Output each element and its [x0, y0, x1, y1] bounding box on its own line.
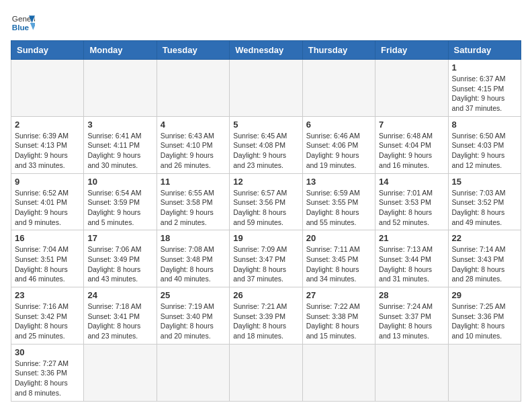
- day-info: Sunrise: 6:54 AM Sunset: 3:59 PM Dayligh…: [87, 188, 152, 228]
- weekday-header-friday: Friday: [375, 41, 448, 60]
- calendar-day-cell: 7Sunrise: 6:48 AM Sunset: 4:04 PM Daylig…: [375, 116, 448, 173]
- calendar-day-cell: 6Sunrise: 6:46 AM Sunset: 4:06 PM Daylig…: [302, 116, 375, 173]
- day-number: 18: [161, 233, 226, 243]
- logo-icon: General Blue: [11, 11, 35, 35]
- calendar-day-cell: 9Sunrise: 6:52 AM Sunset: 4:01 PM Daylig…: [11, 173, 84, 230]
- day-info: Sunrise: 6:37 AM Sunset: 4:15 PM Dayligh…: [452, 74, 517, 113]
- calendar-day-cell: [302, 344, 375, 401]
- day-info: Sunrise: 7:25 AM Sunset: 3:36 PM Dayligh…: [452, 302, 517, 341]
- calendar-day-cell: 18Sunrise: 7:08 AM Sunset: 3:48 PM Dayli…: [157, 230, 229, 287]
- day-info: Sunrise: 7:01 AM Sunset: 3:53 PM Dayligh…: [379, 188, 444, 228]
- calendar-week-row: 2Sunrise: 6:39 AM Sunset: 4:13 PM Daylig…: [11, 116, 521, 173]
- day-number: 16: [15, 233, 80, 243]
- day-number: 19: [233, 233, 298, 243]
- day-number: 2: [15, 120, 80, 130]
- day-number: 14: [379, 177, 444, 187]
- calendar-day-cell: 4Sunrise: 6:43 AM Sunset: 4:10 PM Daylig…: [157, 116, 229, 173]
- day-number: 1: [452, 62, 517, 73]
- day-number: 13: [306, 177, 371, 187]
- calendar-day-cell: 21Sunrise: 7:13 AM Sunset: 3:44 PM Dayli…: [375, 230, 448, 287]
- calendar-day-cell: 5Sunrise: 6:45 AM Sunset: 4:08 PM Daylig…: [230, 116, 302, 173]
- calendar-day-cell: 1Sunrise: 6:37 AM Sunset: 4:15 PM Daylig…: [448, 60, 521, 117]
- day-info: Sunrise: 6:41 AM Sunset: 4:11 PM Dayligh…: [87, 131, 152, 171]
- day-number: 21: [379, 233, 444, 243]
- day-number: 8: [452, 120, 517, 130]
- day-info: Sunrise: 7:14 AM Sunset: 3:43 PM Dayligh…: [452, 244, 517, 284]
- day-info: Sunrise: 7:27 AM Sunset: 3:36 PM Dayligh…: [15, 359, 80, 398]
- calendar-day-cell: 19Sunrise: 7:09 AM Sunset: 3:47 PM Dayli…: [230, 230, 302, 287]
- calendar-day-cell: 2Sunrise: 6:39 AM Sunset: 4:13 PM Daylig…: [11, 116, 84, 173]
- day-info: Sunrise: 7:04 AM Sunset: 3:51 PM Dayligh…: [15, 244, 80, 284]
- calendar-day-cell: 27Sunrise: 7:22 AM Sunset: 3:38 PM Dayli…: [302, 287, 375, 345]
- day-number: 28: [379, 290, 444, 300]
- day-info: Sunrise: 7:24 AM Sunset: 3:37 PM Dayligh…: [379, 302, 444, 341]
- day-info: Sunrise: 6:46 AM Sunset: 4:06 PM Dayligh…: [306, 131, 371, 171]
- calendar-week-row: 9Sunrise: 6:52 AM Sunset: 4:01 PM Daylig…: [11, 173, 521, 230]
- calendar-day-cell: [157, 60, 229, 117]
- day-info: Sunrise: 6:52 AM Sunset: 4:01 PM Dayligh…: [15, 188, 80, 228]
- day-number: 6: [306, 120, 371, 130]
- logo: General Blue: [11, 11, 35, 35]
- day-info: Sunrise: 7:19 AM Sunset: 3:40 PM Dayligh…: [161, 302, 226, 341]
- calendar-day-cell: 8Sunrise: 6:50 AM Sunset: 4:03 PM Daylig…: [448, 116, 521, 173]
- day-number: 15: [452, 177, 517, 187]
- day-info: Sunrise: 6:45 AM Sunset: 4:08 PM Dayligh…: [233, 131, 298, 171]
- calendar-day-cell: 26Sunrise: 7:21 AM Sunset: 3:39 PM Dayli…: [230, 287, 302, 345]
- day-number: 4: [161, 120, 226, 130]
- weekday-header-saturday: Saturday: [448, 41, 521, 60]
- day-number: 23: [15, 290, 80, 300]
- day-info: Sunrise: 7:18 AM Sunset: 3:41 PM Dayligh…: [87, 302, 152, 341]
- calendar-day-cell: 15Sunrise: 7:03 AM Sunset: 3:52 PM Dayli…: [448, 173, 521, 230]
- weekday-header-monday: Monday: [84, 41, 157, 60]
- day-info: Sunrise: 6:57 AM Sunset: 3:56 PM Dayligh…: [233, 188, 298, 228]
- day-info: Sunrise: 7:06 AM Sunset: 3:49 PM Dayligh…: [87, 244, 152, 284]
- calendar-day-cell: [230, 344, 302, 401]
- svg-marker-3: [30, 23, 35, 30]
- calendar-day-cell: 13Sunrise: 6:59 AM Sunset: 3:55 PM Dayli…: [302, 173, 375, 230]
- calendar-day-cell: 20Sunrise: 7:11 AM Sunset: 3:45 PM Dayli…: [302, 230, 375, 287]
- day-info: Sunrise: 6:39 AM Sunset: 4:13 PM Dayligh…: [15, 131, 80, 171]
- day-number: 29: [452, 290, 517, 300]
- day-number: 12: [233, 177, 298, 187]
- weekday-header-row: SundayMondayTuesdayWednesdayThursdayFrid…: [11, 41, 521, 60]
- day-number: 9: [15, 177, 80, 187]
- day-number: 25: [161, 290, 226, 300]
- weekday-header-sunday: Sunday: [11, 41, 84, 60]
- calendar-day-cell: [448, 344, 521, 401]
- calendar-day-cell: 28Sunrise: 7:24 AM Sunset: 3:37 PM Dayli…: [375, 287, 448, 345]
- calendar-day-cell: 14Sunrise: 7:01 AM Sunset: 3:53 PM Dayli…: [375, 173, 448, 230]
- calendar-day-cell: 11Sunrise: 6:55 AM Sunset: 3:58 PM Dayli…: [157, 173, 229, 230]
- calendar-week-row: 23Sunrise: 7:16 AM Sunset: 3:42 PM Dayli…: [11, 287, 521, 345]
- day-info: Sunrise: 7:09 AM Sunset: 3:47 PM Dayligh…: [233, 244, 298, 284]
- day-number: 3: [87, 120, 152, 130]
- calendar-day-cell: [375, 60, 448, 117]
- day-number: 5: [233, 120, 298, 130]
- day-info: Sunrise: 7:08 AM Sunset: 3:48 PM Dayligh…: [161, 244, 226, 284]
- day-info: Sunrise: 7:16 AM Sunset: 3:42 PM Dayligh…: [15, 302, 80, 341]
- calendar-day-cell: [375, 344, 448, 401]
- calendar-day-cell: 3Sunrise: 6:41 AM Sunset: 4:11 PM Daylig…: [84, 116, 157, 173]
- day-info: Sunrise: 7:03 AM Sunset: 3:52 PM Dayligh…: [452, 188, 517, 228]
- calendar-table: SundayMondayTuesdayWednesdayThursdayFrid…: [11, 40, 521, 402]
- day-number: 10: [87, 177, 152, 187]
- day-number: 17: [87, 233, 152, 243]
- calendar-day-cell: [302, 60, 375, 117]
- calendar-day-cell: 30Sunrise: 7:27 AM Sunset: 3:36 PM Dayli…: [11, 344, 84, 401]
- page-header: General Blue: [11, 11, 521, 35]
- day-number: 22: [452, 233, 517, 243]
- day-number: 27: [306, 290, 371, 300]
- calendar-day-cell: 16Sunrise: 7:04 AM Sunset: 3:51 PM Dayli…: [11, 230, 84, 287]
- day-info: Sunrise: 7:13 AM Sunset: 3:44 PM Dayligh…: [379, 244, 444, 284]
- weekday-header-tuesday: Tuesday: [157, 41, 229, 60]
- calendar-day-cell: [157, 344, 229, 401]
- day-number: 20: [306, 233, 371, 243]
- calendar-day-cell: 23Sunrise: 7:16 AM Sunset: 3:42 PM Dayli…: [11, 287, 84, 345]
- day-number: 7: [379, 120, 444, 130]
- calendar-week-row: 16Sunrise: 7:04 AM Sunset: 3:51 PM Dayli…: [11, 230, 521, 287]
- day-info: Sunrise: 6:55 AM Sunset: 3:58 PM Dayligh…: [161, 188, 226, 228]
- calendar-day-cell: [11, 60, 84, 117]
- day-info: Sunrise: 6:48 AM Sunset: 4:04 PM Dayligh…: [379, 131, 444, 171]
- calendar-day-cell: 25Sunrise: 7:19 AM Sunset: 3:40 PM Dayli…: [157, 287, 229, 345]
- calendar-day-cell: 12Sunrise: 6:57 AM Sunset: 3:56 PM Dayli…: [230, 173, 302, 230]
- weekday-header-thursday: Thursday: [302, 41, 375, 60]
